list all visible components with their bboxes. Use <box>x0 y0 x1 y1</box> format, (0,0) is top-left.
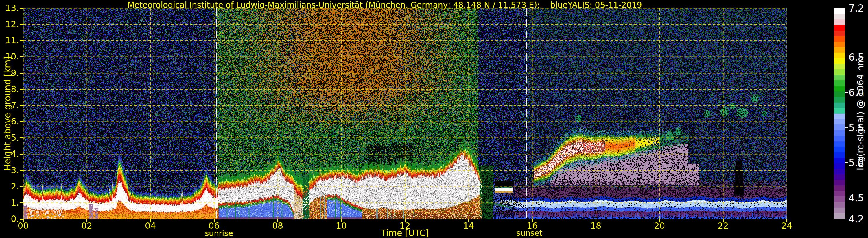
y-tick-mark <box>20 24 23 25</box>
colorbar-tick-mark <box>845 198 848 198</box>
y-tick-mark <box>20 219 23 219</box>
colorbar-tick-label: 4.2 <box>848 213 868 225</box>
x-tick-label: 14 <box>451 221 486 231</box>
y-tick-label: 12. <box>0 19 19 29</box>
x-tick-label: 04 <box>133 221 168 231</box>
x-tick-label: 22 <box>706 221 740 231</box>
y-tick-mark <box>20 170 23 171</box>
y-tick-label: 0. <box>0 214 19 224</box>
colorbar-tick-label: 7.2 <box>848 3 868 14</box>
x-tick-label: 18 <box>579 221 613 231</box>
y-tick-label: 9. <box>0 68 19 78</box>
y-tick-label: 1. <box>0 198 19 208</box>
y-tick-label: 5. <box>0 133 19 143</box>
x-tick-label: 24 <box>769 221 804 231</box>
y-tick-mark <box>20 89 23 90</box>
y-tick-mark <box>20 121 23 122</box>
colorbar-tick-label: 4.5 <box>848 192 868 204</box>
lidar-heatmap-canvas <box>23 8 787 219</box>
page-title: Meteorological Institute of Ludwig-Maxim… <box>0 0 769 8</box>
lidar-quicklook-page: Meteorological Institute of Ludwig-Maxim… <box>0 0 868 238</box>
colorbar <box>834 8 845 219</box>
x-tick-label: 06 <box>197 221 231 231</box>
y-tick-label: 13. <box>0 3 19 13</box>
y-tick-mark <box>20 186 23 187</box>
x-tick-label: 12 <box>388 221 422 231</box>
x-tick-label: 08 <box>260 221 295 231</box>
y-tick-label: 7. <box>0 100 19 110</box>
y-tick-label: 6. <box>0 116 19 127</box>
x-tick-label: 16 <box>515 221 550 231</box>
colorbar-tick-label: 5.5 <box>848 122 868 133</box>
colorbar-tick-label: 6.5 <box>848 52 868 63</box>
y-tick-label: 8. <box>0 84 19 94</box>
x-tick-label: 20 <box>642 221 677 231</box>
colorbar-tick-mark <box>845 162 848 163</box>
y-tick-mark <box>20 137 23 138</box>
y-tick-mark <box>20 105 23 106</box>
y-tick-mark <box>20 8 23 9</box>
y-tick-label: 10. <box>0 52 19 62</box>
y-tick-mark <box>20 202 23 203</box>
y-tick-label: 3. <box>0 165 19 175</box>
y-tick-label: 4. <box>0 149 19 159</box>
colorbar-tick-mark <box>845 92 848 93</box>
x-tick-label: 02 <box>69 221 104 231</box>
y-tick-mark <box>20 40 23 41</box>
colorbar-tick-mark <box>845 57 848 58</box>
y-tick-mark <box>20 56 23 57</box>
colorbar-tick-mark <box>845 127 848 128</box>
colorbar-tick-label: 5.0 <box>848 157 868 168</box>
x-tick-label: 10 <box>324 221 359 231</box>
y-tick-label: 11. <box>0 35 19 45</box>
y-tick-mark <box>20 154 23 155</box>
colorbar-tick-label: 6.0 <box>848 87 868 98</box>
y-tick-mark <box>20 73 23 74</box>
y-tick-label: 2. <box>0 181 19 192</box>
